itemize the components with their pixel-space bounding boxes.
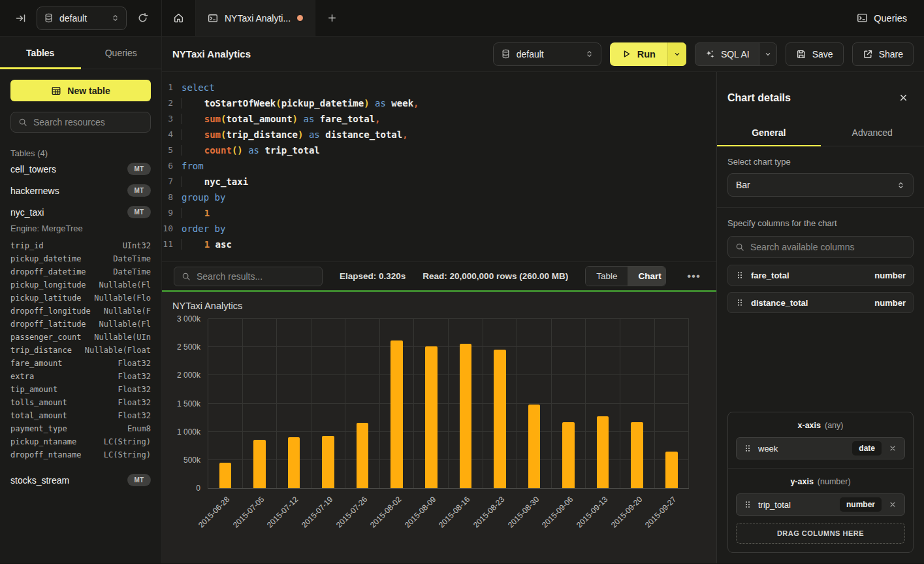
available-column-distance-total[interactable]: distance_total number — [727, 292, 914, 313]
refresh-button[interactable] — [133, 8, 152, 27]
chart-bar-cell — [311, 319, 346, 488]
drag-handle-icon[interactable] — [743, 444, 752, 453]
sparkles-icon — [705, 49, 715, 59]
editor-column: 1select2 toStartOfWeek(pickup_datetime) … — [162, 72, 716, 563]
sidebar: Tables Queries New table Tables (4) cell… — [0, 37, 162, 563]
chart-bar[interactable] — [528, 405, 541, 488]
editor-line[interactable]: 1select — [162, 80, 716, 95]
tab-advanced[interactable]: Advanced — [821, 120, 924, 146]
table-name: nyc_taxi — [10, 207, 44, 218]
chart-bar[interactable] — [562, 422, 575, 488]
tab-general[interactable]: General — [717, 120, 821, 146]
y-axis-label: 1 500k — [177, 399, 200, 408]
editor-line[interactable]: 9 1 — [162, 205, 716, 221]
drag-handle-icon[interactable] — [743, 500, 752, 509]
chart-bar-cell — [414, 319, 449, 488]
save-label: Save — [812, 49, 833, 59]
chart-panel: NYTaxi Analytics 3 000k2 500k2 000k1 500… — [162, 290, 716, 563]
table-column-row: pickup_latitudeNullable(Flo — [10, 291, 151, 305]
tab-nytaxi-analytics[interactable]: NYTaxi Analyti... — [196, 0, 315, 36]
chart-bar-cell — [380, 319, 415, 488]
column-type: DateTime — [113, 254, 151, 263]
available-column-fare-total[interactable]: fare_total number — [727, 265, 914, 286]
drag-handle-icon[interactable] — [735, 271, 744, 280]
close-panel-button[interactable] — [895, 89, 912, 107]
drag-handle-icon[interactable] — [735, 298, 744, 307]
chart-bar-cell — [277, 319, 311, 488]
chart-bar[interactable] — [288, 437, 300, 488]
chart-bar[interactable] — [425, 346, 438, 488]
save-button[interactable]: Save — [786, 42, 844, 66]
queries-button[interactable]: Queries — [857, 12, 907, 24]
columns-search-input[interactable] — [750, 242, 906, 252]
chart-type-label: Select chart type — [727, 157, 914, 167]
collapse-sidebar-button[interactable] — [12, 9, 30, 27]
column-name: fare_amount — [10, 359, 62, 368]
new-table-label: New table — [67, 86, 110, 96]
editor-line[interactable]: 3 sum(total_amount) as fare_total, — [162, 111, 716, 127]
top-bar-left: default — [0, 0, 162, 36]
line-number: 4 — [162, 127, 182, 142]
table-item[interactable]: nyc_taxiMT — [10, 201, 151, 223]
chart-type-select[interactable]: Bar — [727, 173, 914, 197]
chart-details-header: Chart details — [717, 72, 924, 120]
column-type: Nullable(F — [104, 307, 151, 316]
editor-line[interactable]: 10order by — [162, 221, 716, 237]
toggle-table-view[interactable]: Table — [586, 267, 628, 286]
share-button[interactable]: Share — [852, 42, 914, 66]
sidebar-tab-tables[interactable]: Tables — [0, 37, 81, 69]
editor-line[interactable]: 5 count() as trip_total — [162, 142, 716, 158]
table-engine-badge: MT — [127, 163, 151, 175]
y-axis-column-chip[interactable]: trip_total number — [736, 493, 905, 516]
editor-line[interactable]: 7 nyc_taxi — [162, 174, 716, 190]
remove-column-button[interactable] — [887, 443, 898, 454]
table-item[interactable]: cell_towersMT — [10, 158, 151, 180]
chart-bar[interactable] — [494, 350, 506, 488]
editor-line[interactable]: 11 1 asc — [162, 237, 716, 252]
query-header: NYTaxi Analytics default Run — [162, 37, 924, 72]
chart-bar[interactable] — [219, 463, 232, 488]
column-name: trip_id — [10, 241, 44, 250]
chart-bar-cell — [449, 319, 483, 488]
drag-columns-dropzone[interactable]: DRAG COLUMNS HERE — [736, 523, 905, 544]
chart-bar[interactable] — [631, 422, 643, 488]
table-item[interactable]: stocks_streamMT — [10, 469, 151, 491]
chart-bar[interactable] — [357, 423, 369, 488]
editor-line[interactable]: 4 sum(trip_distance) as distance_total, — [162, 127, 716, 142]
workspace-database-selector[interactable]: default — [37, 7, 127, 30]
x-axis-column-chip[interactable]: week date — [736, 437, 905, 459]
results-search-input[interactable] — [197, 271, 315, 282]
sql-ai-button[interactable]: SQL AI — [695, 42, 777, 66]
toggle-chart-view[interactable]: Chart — [628, 267, 666, 286]
chart-bar-cell — [620, 319, 655, 488]
editor-line[interactable]: 8group by — [162, 190, 716, 205]
sidebar-tab-queries[interactable]: Queries — [81, 37, 162, 69]
y-axis-label: 0 — [196, 484, 200, 493]
sql-editor[interactable]: 1select2 toStartOfWeek(pickup_datetime) … — [162, 72, 716, 261]
editor-line[interactable]: 6from — [162, 158, 716, 174]
table-item[interactable]: hackernewsMT — [10, 180, 151, 201]
close-icon — [889, 444, 897, 452]
query-database-selector[interactable]: default — [493, 42, 601, 66]
chart-bar[interactable] — [253, 440, 266, 488]
sql-ai-caret[interactable] — [759, 43, 776, 65]
table-engine-label: Engine: MergeTree — [10, 224, 151, 233]
resource-search-input[interactable] — [33, 117, 143, 127]
chart-bar[interactable] — [390, 340, 403, 488]
editor-line[interactable]: 2 toStartOfWeek(pickup_datetime) as week… — [162, 95, 716, 111]
chart-bar[interactable] — [597, 416, 609, 488]
run-button[interactable]: Run — [610, 42, 686, 66]
new-table-button[interactable]: New table — [10, 80, 151, 101]
remove-column-button[interactable] — [887, 499, 898, 510]
results-search — [174, 267, 323, 286]
results-more-button[interactable]: ••• — [683, 267, 705, 286]
column-type: number — [874, 298, 906, 308]
run-options-caret[interactable] — [667, 42, 686, 66]
chart-bar[interactable] — [460, 344, 472, 488]
new-tab-button[interactable] — [315, 0, 348, 36]
table-columns-list: trip_idUInt32pickup_datetimeDateTimedrop… — [10, 239, 151, 461]
home-button[interactable] — [162, 0, 196, 36]
y-axis-label: 2 000k — [177, 371, 200, 380]
chart-bar[interactable] — [322, 436, 334, 488]
chart-bar[interactable] — [665, 452, 678, 488]
